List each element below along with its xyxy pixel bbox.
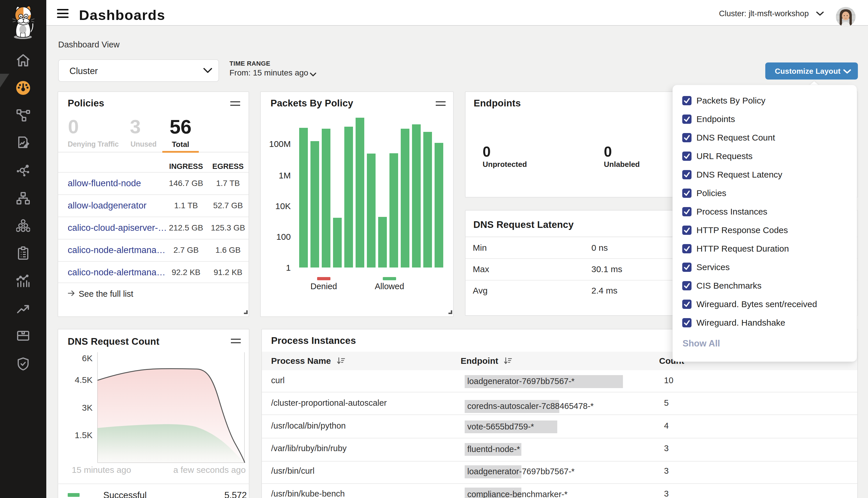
svg-text:100M: 100M [269,139,291,149]
svg-text:6K: 6K [82,353,93,363]
svg-text:1M: 1M [278,171,291,180]
svg-text:Successful: Successful [103,490,147,498]
svg-text:1: 1 [286,263,291,272]
svg-text:1.5K: 1.5K [75,430,93,440]
svg-text:Allowed: Allowed [375,282,404,291]
svg-text:100: 100 [276,232,291,241]
svg-text:10K: 10K [275,201,291,211]
svg-text:3K: 3K [82,403,93,412]
svg-text:15 minutes ago: 15 minutes ago [72,465,131,475]
svg-text:a few seconds ago: a few seconds ago [173,465,246,475]
svg-text:4.5K: 4.5K [75,375,93,385]
svg-text:Denied: Denied [310,282,337,291]
svg-text:5,572: 5,572 [224,490,247,498]
